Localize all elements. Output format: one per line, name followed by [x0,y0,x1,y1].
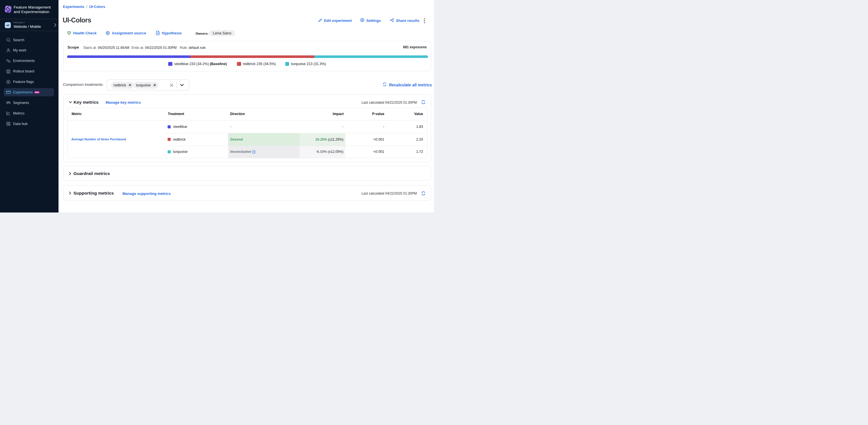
svg-text:?: ? [253,151,254,153]
